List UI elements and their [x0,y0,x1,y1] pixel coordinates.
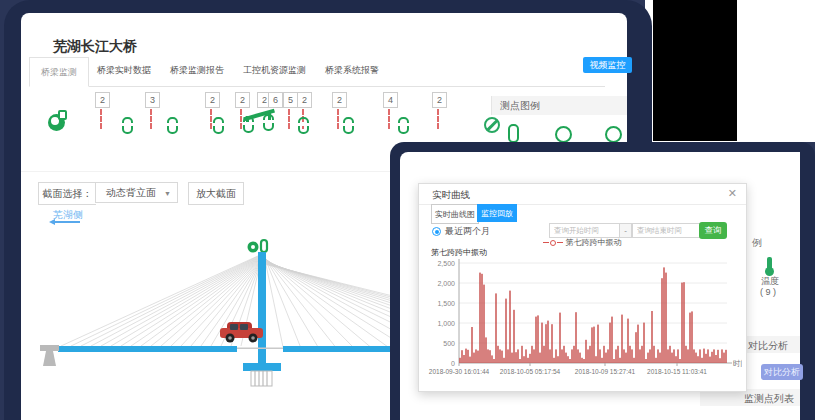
chart-bar [563,346,564,363]
section-select-value: 动态背立面 [106,186,156,200]
chart-bar [609,323,610,363]
chart-bar [555,349,556,363]
x-tick-label: 2018-10-09 15:27:41 [575,368,636,375]
chart-bar [689,313,690,363]
last-two-months-radio[interactable] [432,227,441,236]
chart-bar [595,356,596,363]
dashed-marker [100,109,102,129]
chart-bar [541,323,542,363]
chart-bar [515,352,516,363]
chart-bar [549,349,550,363]
x-tick-label: 2018-09-30 16:01:44 [429,368,490,375]
y-tick-label: 1,000 [437,320,455,327]
range-separator: - [619,223,632,238]
sensor-count-badge: 2 [332,92,347,108]
chart-bar [575,312,576,363]
modal-title: 实时曲线 [432,189,470,202]
compare-analysis-button[interactable]: 对比分析 [761,364,803,380]
query-start-time-input[interactable] [549,223,627,238]
chart-bar [657,349,658,363]
tab-bridge-monitoring[interactable]: 桥梁监测 [29,57,89,87]
video-monitoring-button[interactable]: 视频监控 [583,57,632,73]
temperature-count: ( 9 ) [760,287,776,297]
dashed-marker [210,109,212,129]
enlarge-section-button[interactable]: 放大截面 [188,182,244,205]
tab-ipc-resource-monitoring[interactable]: 工控机资源监测 [243,64,306,77]
chart-bar [721,349,722,363]
chart-bar [605,353,606,363]
y-tick-label: 500 [443,340,455,347]
chart-bar [517,349,518,363]
realtime-curve-modal: 实时曲线 ✕ 实时曲线图 监控回放 最近两个月 - 查询 第七跨跨中振动 第七跨… [418,183,747,392]
chart-bar [603,346,604,363]
chart-bar [511,353,512,363]
chart-bar [483,285,484,363]
chart-bar [649,349,650,363]
chart-bar [477,351,478,363]
chart-bar [547,321,548,363]
chart-bar [463,355,464,363]
chart-bar [557,356,558,363]
chart-bar [711,352,712,363]
strain-sensor-icon [298,117,309,134]
sensor-count-badge: 2 [205,92,220,108]
legend-line-icon [543,242,549,243]
chart-bar [699,349,700,363]
chart-bar [705,354,706,363]
chart-bar [587,349,588,363]
strain-sensor-icon [343,117,354,134]
legend-series-name: 第七跨跨中振动 [566,238,622,247]
chart-bar [573,346,574,363]
chart-bar [685,346,686,363]
chart-bar [465,349,466,363]
chart-bar [693,349,694,363]
chart-bar [525,349,526,363]
chart-bar [661,278,662,363]
section-select-label: 截面选择： [38,182,96,205]
chart-bar [597,325,598,363]
chart-bar [589,346,590,363]
chart-bar [485,337,486,363]
chart-bar [723,353,724,363]
chart-bar [673,349,674,363]
chart-bar [473,353,474,363]
strain-sensor-icon [122,117,133,134]
chart-bar [543,346,544,363]
chart-bar [551,324,552,363]
sensor-count-badge: 2 [432,92,447,108]
tab-realtime-curve[interactable]: 实时曲线图 [431,204,479,224]
chart-bar [663,267,664,363]
chart-bar [703,349,704,363]
chart-bar [679,359,680,363]
chart-bar [639,349,640,363]
tab-monitoring-playback[interactable]: 监控回放 [477,204,517,222]
x-tick-label: 2018-10-15 11:03:41 [647,368,707,375]
tab-bridge-realtime-data[interactable]: 桥梁实时数据 [97,64,151,77]
chart-bar [653,346,654,363]
dashed-marker [288,109,290,129]
chart-bar [495,293,496,363]
y-tick-label: 1,500 [437,300,455,307]
chart-bar [479,273,480,363]
tab-bridge-monitoring-report[interactable]: 桥梁监测报告 [170,64,224,77]
section-select-dropdown[interactable]: 动态背立面 ▼ [95,182,178,203]
chart-bar [545,324,546,363]
chart-bar [643,323,644,363]
tab-bridge-system-alarm[interactable]: 桥梁系统报警 [325,64,379,77]
chart-bar [667,349,668,363]
tower-link-icon [261,240,267,252]
chart-bar [613,359,614,363]
legend-panel-header: 测点图例 [491,96,627,115]
chart-bar [459,358,460,363]
chart-bar [507,349,508,363]
chart-bar [697,356,698,363]
weight-sensor-icon [48,114,65,131]
chart-bar [489,350,490,363]
chart-bar [559,313,560,363]
chart-bar [719,358,720,363]
close-icon[interactable]: ✕ [728,187,737,200]
chart-bar [475,349,476,363]
chart-bar [567,356,568,363]
main-tabbar: 桥梁监测 桥梁实时数据 桥梁监测报告 工控机资源监测 桥梁系统报警 [29,57,605,87]
dashed-marker [388,109,390,129]
